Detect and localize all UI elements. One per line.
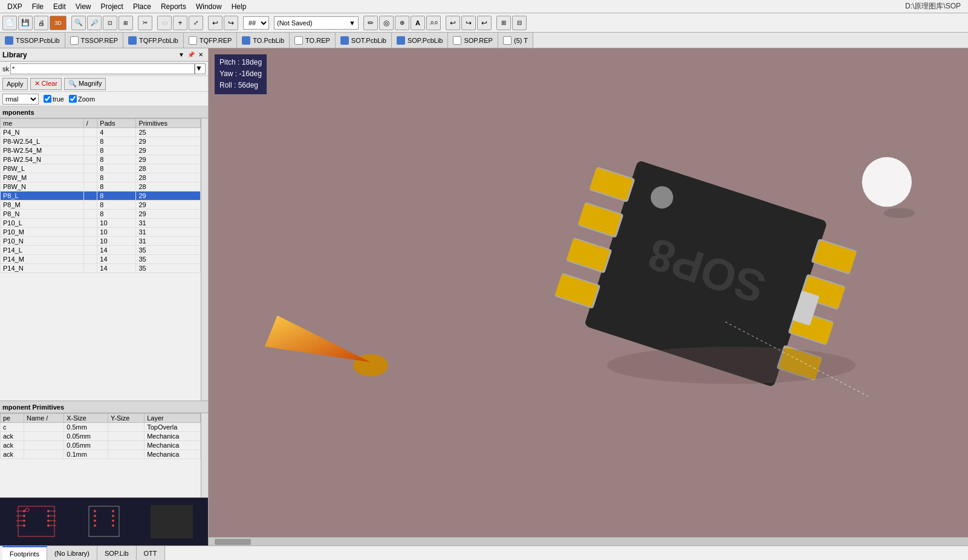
pitch-value: Pitch : 18deg [219, 57, 262, 68]
filter-dropdown[interactable]: rmal Normal [2, 94, 39, 105]
col-name[interactable]: me [1, 119, 84, 128]
primitives-table-container[interactable]: pe Name / X-Size Y-Size Layer c0.5mmTopO… [0, 413, 201, 497]
select-checkbox[interactable] [44, 95, 51, 103]
new-button[interactable]: 📄 [2, 16, 17, 30]
tab-tqfp-rep[interactable]: TQFP.REP [184, 33, 238, 48]
table-row[interactable]: P8W_N828 [1, 182, 201, 191]
undo-button[interactable]: ↩ [208, 16, 223, 30]
zoom-out-button[interactable]: 🔎 [87, 16, 102, 30]
prim-col-layer[interactable]: Layer [145, 414, 201, 423]
table-row[interactable]: P8W_L828 [1, 164, 201, 173]
list-item[interactable]: ack0.1mmMechanica [1, 450, 201, 459]
menu-help[interactable]: Help [227, 1, 252, 12]
table-row[interactable]: P8_L829 [1, 191, 201, 201]
menu-bar: DXP File Edit View Project Place Reports… [0, 0, 968, 13]
pencil-button[interactable]: ✏ [363, 16, 378, 30]
lib-menu-button[interactable]: ▼ [177, 50, 186, 60]
zoom-in-button[interactable]: 🔍 [71, 16, 86, 30]
save-button[interactable]: 💾 [18, 16, 33, 30]
extra-button[interactable]: ⊟ [512, 16, 527, 30]
cut-button[interactable]: ✂ [138, 16, 152, 30]
coords-button[interactable]: ,0,0 [426, 16, 441, 30]
3d-button[interactable]: 3D [50, 16, 67, 30]
menu-dxp[interactable]: DXP [2, 1, 27, 12]
apply-button[interactable]: Apply [2, 78, 28, 90]
redo-button[interactable]: ↪ [224, 16, 238, 30]
prim-col-xsize[interactable]: X-Size [64, 414, 108, 423]
search-input[interactable] [10, 63, 195, 74]
crosshair-button[interactable]: ⊕ [395, 16, 409, 30]
table-row[interactable]: P8_N829 [1, 210, 201, 219]
tab-to-pcblib[interactable]: TO.PcbLib [237, 33, 290, 48]
tab-sop-rep[interactable]: SOP.REP [448, 33, 498, 48]
grid2-button[interactable]: ⊞ [496, 16, 511, 30]
menu-view[interactable]: View [71, 1, 96, 12]
redo2-button[interactable]: ↪ [461, 16, 476, 30]
status-tab-nolibrary[interactable]: (No Library) [47, 546, 97, 561]
menu-file[interactable]: File [27, 1, 48, 12]
table-row[interactable]: P10_M1031 [1, 228, 201, 237]
table-row[interactable]: P8-W2.54_L829 [1, 137, 201, 146]
status-tab-soplib[interactable]: SOP.Lib [97, 546, 137, 561]
table-row[interactable]: P8-W2.54_M829 [1, 146, 201, 155]
tab-tssop-rep[interactable]: TSSOP.REP [65, 33, 124, 48]
rect-button[interactable]: ▭ [157, 16, 172, 30]
search-dropdown-button[interactable]: ▼ [195, 63, 206, 74]
3d-viewer[interactable]: Pitch : 18deg Yaw : -16deg Roll : 56deg [209, 48, 968, 546]
col-slash[interactable]: / [83, 119, 97, 128]
table-row[interactable]: P4_N425 [1, 128, 201, 137]
tab-tqfp-pcblib[interactable]: TQFP.PcbLib [123, 33, 184, 48]
lib-pin-button[interactable]: 📌 [186, 50, 196, 60]
table-row[interactable]: P8_M829 [1, 201, 201, 210]
status-tab-footprints[interactable]: Footprints [2, 546, 47, 561]
col-pads[interactable]: Pads [97, 119, 136, 128]
menu-window[interactable]: Window [191, 1, 227, 12]
menu-reports[interactable]: Reports [156, 1, 191, 12]
tab-sop-pcblib[interactable]: SOP.PcbLib [392, 33, 449, 48]
zoom-checkbox[interactable] [69, 95, 77, 103]
cross-button[interactable]: + [173, 16, 187, 30]
zoom-fit-button[interactable]: ⊡ [103, 16, 117, 30]
table-row[interactable]: P8W_M828 [1, 173, 201, 182]
prim-col-name[interactable]: Name / [24, 414, 63, 423]
table-row[interactable]: P14_N1435 [1, 264, 201, 273]
menu-place[interactable]: Place [128, 1, 156, 12]
table-row[interactable]: P14_M1435 [1, 255, 201, 264]
tab-5[interactable]: (5) T [498, 33, 533, 48]
primitives-scrollbar[interactable] [201, 413, 208, 497]
horizontal-scrollbar[interactable] [209, 537, 968, 546]
list-item[interactable]: ack0.05mmMechanica [1, 432, 201, 441]
clear-button[interactable]: ✕ Clear [30, 78, 62, 90]
undo2-button[interactable]: ↩ [446, 16, 460, 30]
undo3-button[interactable]: ↩ [477, 16, 492, 30]
tab-sot-pcblib[interactable]: SOT.PcbLib [336, 33, 392, 48]
list-item[interactable]: c0.5mmTopOverla [1, 423, 201, 432]
text-button[interactable]: A [411, 16, 425, 30]
prim-col-type[interactable]: pe [1, 414, 24, 423]
status-tab-ott[interactable]: OTT [137, 546, 165, 561]
circle-button[interactable]: ◎ [379, 16, 394, 30]
prim-col-ysize[interactable]: Y-Size [108, 414, 144, 423]
table-row[interactable]: P10_N1031 [1, 237, 201, 246]
list-item[interactable]: ack0.05mmMechanica [1, 441, 201, 450]
zoom-area-button[interactable]: ⊞ [119, 16, 133, 30]
grid-dropdown[interactable]: ## [243, 16, 269, 30]
tab-to-rep[interactable]: TO.REP [290, 33, 336, 48]
h-scroll-thumb[interactable] [215, 539, 251, 545]
table-row[interactable]: P8-W2.54_N829 [1, 155, 201, 164]
lib-close-button[interactable]: ✕ [196, 50, 206, 60]
components-scrollbar[interactable] [201, 118, 208, 401]
tab-tssop-pcblib[interactable]: TSSOP.PcbLib [0, 33, 65, 48]
col-primitives[interactable]: Primitives [136, 119, 201, 128]
menu-project[interactable]: Project [96, 1, 128, 12]
pitch-info-overlay: Pitch : 18deg Yaw : -16deg Roll : 56deg [215, 54, 267, 94]
print-button[interactable]: 🖨 [34, 16, 48, 30]
table-row[interactable]: P10_L1031 [1, 219, 201, 228]
components-table-container[interactable]: me / Pads Primitives P4_N425P8-W2.54_L82… [0, 118, 201, 401]
move-button[interactable]: ⤢ [189, 16, 203, 30]
menu-edit[interactable]: Edit [48, 1, 71, 12]
not-saved-arrow[interactable]: ▼ [349, 19, 356, 27]
magnify-button[interactable]: 🔍 Magnify [64, 78, 106, 90]
components-section: mponents me / Pads Primitives [0, 106, 208, 401]
table-row[interactable]: P14_L1435 [1, 246, 201, 255]
